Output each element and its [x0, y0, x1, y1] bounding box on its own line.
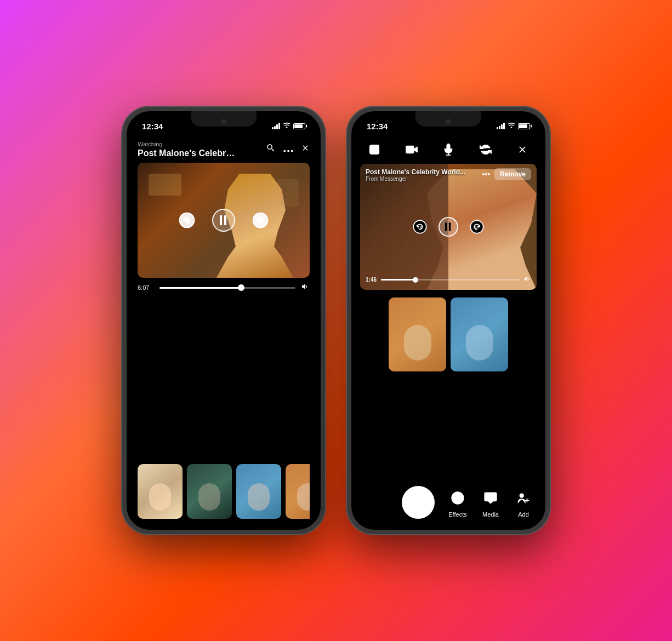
right-volume-down-button[interactable]	[347, 207, 348, 225]
pause-button[interactable]	[212, 209, 235, 232]
remove-button[interactable]: Remove	[494, 168, 531, 180]
right-status-icons	[497, 122, 530, 130]
volume-button[interactable]	[301, 282, 310, 293]
spacer	[351, 371, 545, 478]
forward-button[interactable]: 10	[252, 211, 269, 229]
watching-header: Watching Post Malone's Celebrity...	[127, 135, 321, 163]
participant-face-4	[286, 464, 310, 519]
left-phone: 12:34 Watching Post Malone's Celebrity..	[122, 107, 325, 534]
participants-section	[127, 297, 321, 530]
progress-area: 6:07	[127, 278, 321, 297]
participant-thumb-1[interactable]	[138, 464, 183, 519]
progress-fill	[160, 287, 241, 289]
svg-rect-14	[449, 222, 451, 231]
watching-title-group: Watching Post Malone's Celebrity...	[138, 141, 266, 158]
progress-handle[interactable]	[238, 284, 244, 291]
silent-switch[interactable]	[122, 232, 123, 249]
volume-up-button[interactable]	[122, 182, 123, 200]
camera-dot	[221, 119, 226, 124]
right-signal-icon	[497, 123, 505, 129]
close-button[interactable]	[301, 144, 310, 155]
right-phone: 12:34	[347, 107, 550, 534]
participant-thumb-4[interactable]	[286, 464, 310, 519]
battery-icon	[293, 123, 305, 129]
right-video-title: Post Malone's Celebrity World...	[366, 168, 465, 176]
participant-row	[138, 464, 310, 519]
right-participants	[360, 297, 537, 371]
right-phone-screen: 12:34	[351, 111, 545, 530]
svg-point-22	[520, 494, 524, 497]
effects-label: Effects	[448, 511, 466, 518]
add-label: Add	[518, 511, 529, 518]
camera-dot-right	[446, 119, 451, 124]
right-progress-handle[interactable]	[413, 277, 418, 283]
microphone-button[interactable]	[438, 140, 458, 159]
bottom-actions: Effects Media	[447, 487, 534, 518]
effects-action[interactable]: Effects	[447, 487, 469, 518]
add-person-icon	[512, 487, 534, 509]
participant-thumb-2[interactable]	[187, 464, 232, 519]
capture-button[interactable]	[402, 486, 435, 519]
right-video-info: Post Malone's Celebrity World... From Me…	[366, 168, 465, 182]
right-status-time: 12:34	[367, 122, 388, 131]
top-toolbar	[351, 135, 545, 164]
video-controls: 10 10	[178, 209, 269, 232]
rewind-button[interactable]: 10	[178, 211, 196, 229]
media-label: Media	[482, 511, 499, 518]
video-camera-button[interactable]	[402, 140, 422, 159]
svg-rect-7	[370, 145, 379, 154]
svg-point-0	[283, 150, 286, 152]
svg-rect-13	[445, 222, 447, 231]
right-battery-icon	[518, 123, 530, 129]
media-action[interactable]: Media	[480, 487, 502, 518]
right-participant-face-1	[389, 297, 446, 371]
participant-face-3	[236, 464, 281, 519]
right-pause-button[interactable]	[438, 217, 458, 237]
svg-rect-20	[486, 495, 490, 499]
right-progress-bar[interactable]	[381, 279, 519, 281]
status-icons	[272, 122, 305, 130]
progress-bar[interactable]	[160, 287, 295, 289]
gallery-button[interactable]	[365, 140, 384, 159]
close-button-right[interactable]	[512, 140, 532, 159]
svg-point-1	[287, 150, 289, 152]
effects-icon	[447, 487, 469, 509]
left-phone-screen: 12:34 Watching Post Malone's Celebrity..	[127, 111, 321, 530]
right-participant-thumb-1[interactable]	[389, 297, 446, 371]
flip-camera-button[interactable]	[476, 140, 496, 159]
participant-thumb-3[interactable]	[236, 464, 281, 519]
right-wifi-icon	[508, 122, 515, 130]
volume-down-button[interactable]	[122, 207, 123, 225]
svg-point-2	[291, 150, 293, 152]
left-content: Watching Post Malone's Celebrity...	[127, 135, 321, 530]
svg-marker-8	[413, 147, 417, 152]
video-player[interactable]: 10 10	[138, 163, 310, 278]
svg-rect-21	[491, 495, 495, 499]
right-power-button[interactable]	[549, 204, 550, 237]
power-button[interactable]	[324, 204, 325, 237]
search-button[interactable]	[266, 143, 276, 156]
bottom-bar: Effects Media	[351, 478, 545, 530]
right-silent-switch[interactable]	[347, 232, 348, 249]
right-forward-button[interactable]: 10	[469, 219, 485, 234]
watching-actions	[266, 141, 310, 156]
media-icon	[480, 487, 502, 509]
status-time: 12:34	[142, 122, 163, 131]
right-rewind-button[interactable]: 10	[412, 219, 428, 234]
watching-label: Watching	[138, 141, 266, 147]
right-volume-button[interactable]	[523, 275, 531, 284]
right-volume-up-button[interactable]	[347, 182, 348, 200]
svg-rect-9	[406, 146, 413, 153]
right-video-player[interactable]: Post Malone's Celebrity World... From Me…	[360, 164, 537, 290]
svg-rect-4	[220, 215, 222, 225]
participant-face-1	[138, 464, 183, 519]
right-video-timestamp: 1:46	[366, 277, 377, 283]
add-action[interactable]: Add	[512, 487, 534, 518]
more-options-button[interactable]	[283, 144, 293, 155]
participant-face-2	[187, 464, 232, 519]
video-timestamp: 6:07	[138, 284, 154, 291]
right-progress-fill	[381, 279, 415, 281]
right-video-subtitle: From Messenger	[366, 176, 465, 182]
right-participant-face-2	[451, 297, 508, 371]
right-participant-thumb-2[interactable]	[451, 297, 508, 371]
